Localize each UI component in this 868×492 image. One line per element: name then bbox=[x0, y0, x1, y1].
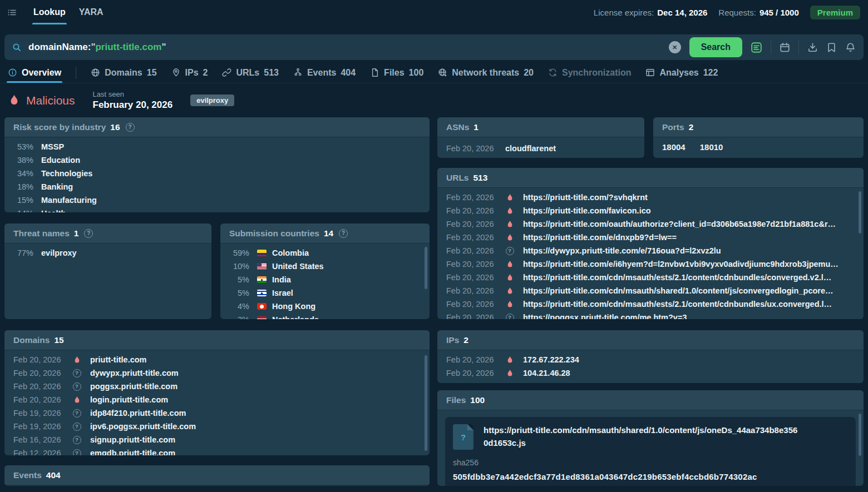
list-item: 5%Israel bbox=[229, 286, 421, 300]
requests-value: 945 / 1000 bbox=[760, 8, 799, 17]
row-date: Feb 20, 2026 bbox=[446, 313, 499, 319]
table-row: Feb 20, 2026 cloudflarenet bbox=[446, 140, 635, 157]
search-input[interactable]: domainName:"priutt-title.com" bbox=[28, 34, 669, 60]
verdict-icon bbox=[505, 233, 514, 242]
table-row: Feb 20, 2026104.21.46.28 bbox=[446, 366, 855, 380]
card-body: Feb 20, 2026 cloudflarenet bbox=[437, 137, 644, 157]
tab-synchronization[interactable]: Synchronization bbox=[548, 62, 631, 83]
search-button[interactable]: Search bbox=[689, 37, 742, 57]
bookmark-icon[interactable] bbox=[826, 42, 837, 53]
row-date: Feb 20, 2026 bbox=[446, 260, 499, 269]
domain-link[interactable]: dywypx.priutt-title.com bbox=[90, 369, 179, 377]
card-pair: Threat names 1 77%evilproxy Submission c… bbox=[4, 223, 430, 319]
domain-link[interactable]: login.priutt-title.com bbox=[90, 395, 168, 404]
row-date: Feb 20, 2026 bbox=[446, 206, 499, 215]
url-link[interactable]: https://priutt-title.com/cdn/msauth/ests… bbox=[523, 300, 832, 309]
domain-link[interactable]: priutt-title.com bbox=[90, 355, 147, 364]
scrollbar-thumb[interactable] bbox=[425, 355, 427, 451]
row-date: Feb 20, 2026 bbox=[446, 220, 499, 228]
url-link[interactable]: https://poggsx.priutt-title.com/me.htm?v… bbox=[523, 313, 687, 319]
help-icon[interactable] bbox=[339, 229, 348, 238]
card-title: Submission countries bbox=[229, 228, 319, 238]
help-icon[interactable] bbox=[126, 123, 135, 132]
menu-icon[interactable] bbox=[3, 8, 20, 17]
row-date: Feb 20, 2026 bbox=[13, 382, 66, 391]
download-icon[interactable] bbox=[807, 42, 818, 53]
events-card: Events 404 bbox=[4, 465, 430, 486]
card-header: Files 100 bbox=[437, 390, 864, 410]
section-tabs: Overview Domains15 IPs2 URLs513 Events40… bbox=[0, 62, 868, 83]
card-title: Files bbox=[446, 395, 466, 405]
tab-analyses[interactable]: Analyses122 bbox=[645, 62, 718, 83]
search-icon bbox=[12, 43, 22, 52]
calendar-icon[interactable] bbox=[780, 42, 790, 53]
threat-tag[interactable]: evilproxy bbox=[190, 95, 234, 106]
url-link[interactable]: https://priutt-title.com/cdn/msauth/shar… bbox=[523, 286, 834, 295]
url-link[interactable]: https://priutt-title.com/e/dnxpb9?d=lw== bbox=[523, 233, 677, 242]
domain-link[interactable]: poggsx.priutt-title.com bbox=[90, 382, 177, 391]
item-label: Netherlands bbox=[272, 315, 319, 319]
verdict-icon bbox=[505, 207, 514, 215]
url-link[interactable]: https://priutt-title.com/cdn/msauth/ests… bbox=[523, 273, 831, 282]
domain-link[interactable]: ipv6.poggsx.priutt-title.com bbox=[90, 422, 196, 431]
card-title: URLs bbox=[446, 173, 468, 183]
url-link[interactable]: https://priutt-title.com/oauth/authorize… bbox=[523, 220, 836, 228]
url-link[interactable]: https://priutt-title.com/favicon.ico bbox=[523, 206, 651, 215]
tab-events[interactable]: Events404 bbox=[293, 62, 356, 83]
tab-label: Overview bbox=[22, 68, 61, 78]
tab-label: Files bbox=[384, 68, 404, 78]
verdict-icon bbox=[72, 356, 81, 364]
query-builder-icon[interactable] bbox=[751, 42, 762, 53]
scrollbar-thumb[interactable] bbox=[859, 191, 861, 233]
list-item: 4%Hong Kong bbox=[229, 300, 421, 313]
top-tab-yara[interactable]: YARA bbox=[72, 0, 110, 24]
topbar-right: License expires: Dec 14, 2026 Requests: … bbox=[594, 6, 868, 19]
card-count: 1 bbox=[474, 122, 479, 132]
divider bbox=[798, 40, 799, 54]
file-item[interactable]: https://priutt-title.com/cdn/msauth/shar… bbox=[445, 417, 856, 486]
asn-link[interactable]: cloudflarenet bbox=[505, 144, 556, 153]
url-link[interactable]: https://priutt-title.com/?svhqkrnt bbox=[523, 193, 648, 202]
item-label: Hong Kong bbox=[272, 302, 315, 311]
bell-icon[interactable] bbox=[845, 42, 856, 53]
port-value[interactable]: 18004 bbox=[662, 142, 685, 152]
port-value[interactable]: 18010 bbox=[700, 142, 723, 152]
row-date: Feb 20, 2026 bbox=[13, 369, 66, 377]
table-row: Feb 19, 2026idp84f210.priutt-title.com bbox=[13, 406, 421, 420]
url-link[interactable]: https://dywypx.priutt-title.com/e/716oua… bbox=[523, 246, 721, 255]
help-icon[interactable] bbox=[84, 229, 93, 238]
domain-link[interactable]: idp84f210.priutt-title.com bbox=[90, 409, 186, 418]
tab-urls[interactable]: URLs513 bbox=[222, 62, 278, 83]
row-date: Feb 20, 2026 bbox=[13, 395, 66, 404]
tab-ips[interactable]: IPs2 bbox=[171, 62, 208, 83]
card-title: Risk score by industry bbox=[13, 122, 106, 132]
list-item: 3%Netherlands bbox=[229, 313, 421, 319]
top-tab-lookup[interactable]: Lookup bbox=[27, 0, 72, 24]
row-date: Feb 20, 2026 bbox=[446, 286, 499, 295]
divider bbox=[771, 40, 771, 54]
ip-link[interactable]: 104.21.46.28 bbox=[523, 369, 570, 377]
requests-info: Requests: 945 / 1000 bbox=[718, 8, 798, 17]
row-date: Feb 20, 2026 bbox=[446, 273, 499, 282]
divider bbox=[76, 67, 76, 79]
flag-icon bbox=[257, 316, 267, 319]
row-date: Feb 20, 2026 bbox=[446, 233, 499, 242]
row-date: Feb 20, 2026 bbox=[446, 144, 499, 153]
table-row: Feb 20, 2026dywypx.priutt-title.com bbox=[13, 366, 421, 380]
hash-value: 505fdbb3e7a442edcf3a77d1ed8361a043647dc2… bbox=[453, 472, 848, 481]
file-url[interactable]: https://priutt-title.com/cdn/msauth/shar… bbox=[484, 424, 801, 449]
tab-label: Analyses bbox=[659, 68, 698, 78]
domain-link[interactable]: emgdb.priutt-title.com bbox=[90, 449, 175, 455]
scrollbar-thumb[interactable] bbox=[859, 414, 861, 456]
tab-network-threats[interactable]: Network threats20 bbox=[438, 62, 534, 83]
domain-link[interactable]: signup.priutt-title.com bbox=[90, 435, 175, 444]
clear-search-icon[interactable] bbox=[669, 41, 681, 53]
card-count: 14 bbox=[324, 228, 333, 238]
tab-domains[interactable]: Domains15 bbox=[91, 62, 156, 83]
scrollbar-thumb[interactable] bbox=[425, 247, 427, 289]
url-link[interactable]: https://priutt-title.com/e/i6hyem?d=l2nv… bbox=[523, 260, 839, 269]
tab-files[interactable]: Files100 bbox=[370, 62, 423, 83]
ip-link[interactable]: 172.67.222.234 bbox=[523, 355, 579, 364]
tab-overview[interactable]: Overview bbox=[8, 62, 61, 83]
card-title: ASNs bbox=[446, 122, 469, 132]
